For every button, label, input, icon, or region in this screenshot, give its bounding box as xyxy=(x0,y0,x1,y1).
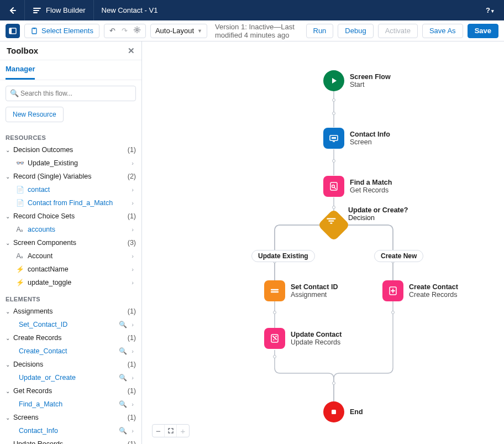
flow-canvas[interactable]: Screen Flow Start Contact Info Screen Fi… xyxy=(142,41,504,444)
arrow-left-icon xyxy=(8,6,17,15)
tree-group[interactable]: ⌄Update Records (1) xyxy=(6,437,136,444)
toolbox-close-button[interactable]: ✕ xyxy=(128,46,135,56)
chevron-right-icon[interactable]: › xyxy=(129,226,136,233)
item-type-icon: Aₐ xyxy=(15,252,24,260)
flow-node-create[interactable]: Create Contact Create Records xyxy=(382,280,458,301)
locate-icon[interactable]: 🔍 xyxy=(117,321,129,328)
tree-item[interactable]: ⚡contactName› xyxy=(6,263,136,276)
elements-heading: ELEMENTS xyxy=(6,296,136,302)
flow-icon-button[interactable]: Flow Builder xyxy=(25,0,94,20)
tree-item-label: Update_or_Create xyxy=(19,374,117,382)
help-button[interactable]: ?▾ xyxy=(476,6,504,14)
tree-group[interactable]: ⌄Create Records (1) xyxy=(6,331,136,344)
save-button[interactable]: Save xyxy=(468,24,498,38)
tree-item[interactable]: 👓Update_Existing› xyxy=(6,156,136,170)
toolbox-title: Toolbox xyxy=(7,46,38,55)
flow-node-start[interactable]: Screen Flow Start xyxy=(323,70,391,91)
tree-group[interactable]: ⌄Record Choice Sets (1) xyxy=(6,210,136,223)
clipboard-icon xyxy=(30,27,38,35)
tree-item[interactable]: Update_or_Create🔍› xyxy=(6,371,136,384)
tree-group[interactable]: ⌄Decisions (1) xyxy=(6,358,136,371)
connectors xyxy=(142,41,504,444)
svg-rect-6 xyxy=(332,137,336,139)
locate-icon[interactable]: 🔍 xyxy=(117,347,129,355)
flow-node-getrecords[interactable]: Find a Match Get Records xyxy=(323,176,392,197)
chevron-right-icon[interactable]: › xyxy=(129,348,136,354)
item-type-icon: 📄 xyxy=(15,199,24,207)
node-sub: Start xyxy=(350,81,391,88)
tree-item[interactable]: Set_Contact_ID🔍› xyxy=(6,318,136,331)
node-label: Find a Match xyxy=(350,179,392,186)
zoom-fit-button[interactable] xyxy=(165,425,177,437)
tree-item[interactable]: AₐAccount› xyxy=(6,249,136,263)
flow-node-decision[interactable] xyxy=(322,213,345,237)
tree-item[interactable]: Contact_Info🔍› xyxy=(6,424,136,437)
chevron-down-icon: ⌄ xyxy=(6,309,13,315)
tree-group[interactable]: ⌄Get Records (1) xyxy=(6,384,136,398)
locate-icon[interactable]: 🔍 xyxy=(117,400,129,408)
node-label: Update or Create? xyxy=(348,206,408,214)
svg-point-4 xyxy=(136,29,138,31)
tree-item-label: Contact_Info xyxy=(19,427,117,435)
tree-group-count: (1) xyxy=(128,146,136,154)
zoom-out-button[interactable]: − xyxy=(153,425,165,437)
tree-item-label: accounts xyxy=(28,226,129,233)
zoom-in-button[interactable]: + xyxy=(177,425,189,437)
back-button[interactable] xyxy=(0,0,25,20)
chevron-right-icon[interactable]: › xyxy=(129,253,136,259)
select-elements-button[interactable]: Select Elements xyxy=(24,24,99,38)
debug-button[interactable]: Debug xyxy=(338,24,373,38)
tree-group[interactable]: ⌄Assignments (1) xyxy=(6,305,136,318)
tree-item-label: Create_Contact xyxy=(19,347,117,355)
tree-group-label: Create Records xyxy=(13,334,127,342)
svg-point-8 xyxy=(332,185,335,188)
start-icon xyxy=(323,70,344,91)
fit-icon xyxy=(167,427,174,434)
tree-group-label: Get Records xyxy=(13,387,127,395)
chevron-right-icon[interactable]: › xyxy=(129,321,136,328)
chevron-right-icon[interactable]: › xyxy=(129,427,136,434)
flow-node-screen[interactable]: Contact Info Screen xyxy=(323,128,390,149)
tree-item[interactable]: Create_Contact🔍› xyxy=(6,344,136,358)
toolbox-toggle-button[interactable] xyxy=(6,24,20,38)
save-as-button[interactable]: Save As xyxy=(422,24,463,38)
tree-group[interactable]: ⌄Decision Outcomes (1) xyxy=(6,143,136,156)
redo-button[interactable]: ↷ xyxy=(120,27,130,35)
chevron-right-icon[interactable]: › xyxy=(129,200,136,206)
tree-item[interactable]: 📄contact› xyxy=(6,183,136,196)
chevron-right-icon[interactable]: › xyxy=(129,266,136,273)
chevron-right-icon[interactable]: › xyxy=(129,374,136,381)
tree-item-label: update_toggle xyxy=(28,279,129,286)
undo-button[interactable]: ↶ xyxy=(108,27,118,35)
run-button[interactable]: Run xyxy=(306,24,334,38)
tree-item[interactable]: 📄Contact from Find_a_Match› xyxy=(6,196,136,210)
tree-item[interactable]: Aₐaccounts› xyxy=(6,223,136,236)
locate-icon[interactable]: 🔍 xyxy=(117,374,129,382)
tree-group[interactable]: ⌄Screens (1) xyxy=(6,411,136,424)
panel-icon xyxy=(9,27,17,35)
activate-button[interactable]: Activate xyxy=(378,24,418,38)
node-sub: Decision xyxy=(348,214,408,222)
branch-label-left[interactable]: Update Existing xyxy=(251,250,315,262)
chevron-right-icon[interactable]: › xyxy=(129,160,136,166)
tree-item[interactable]: ⚡update_toggle› xyxy=(6,276,136,289)
flow-icon xyxy=(33,6,41,15)
locate-icon[interactable]: 🔍 xyxy=(117,427,129,435)
tree-group[interactable]: ⌄Screen Components (3) xyxy=(6,236,136,249)
flow-node-update[interactable]: Update Contact Update Records xyxy=(264,328,342,349)
app-name: Flow Builder xyxy=(46,6,86,14)
branch-label-right[interactable]: Create New xyxy=(374,250,423,262)
flow-node-end[interactable]: End xyxy=(323,401,363,422)
tree-group[interactable]: ⌄Record (Single) Variables (2) xyxy=(6,170,136,183)
search-input[interactable] xyxy=(6,86,136,101)
chevron-right-icon[interactable]: › xyxy=(129,186,136,193)
tree-item[interactable]: Find_a_Match🔍› xyxy=(6,398,136,411)
new-resource-button[interactable]: New Resource xyxy=(6,107,64,122)
flow-node-assign[interactable]: Set Contact ID Assignment xyxy=(264,280,338,301)
settings-button[interactable] xyxy=(132,26,142,35)
layout-dropdown[interactable]: Auto-Layout ▼ xyxy=(150,24,207,38)
history-group: ↶ ↷ xyxy=(104,24,146,38)
chevron-right-icon[interactable]: › xyxy=(129,279,136,286)
tab-manager[interactable]: Manager xyxy=(6,60,35,80)
chevron-right-icon[interactable]: › xyxy=(129,401,136,408)
